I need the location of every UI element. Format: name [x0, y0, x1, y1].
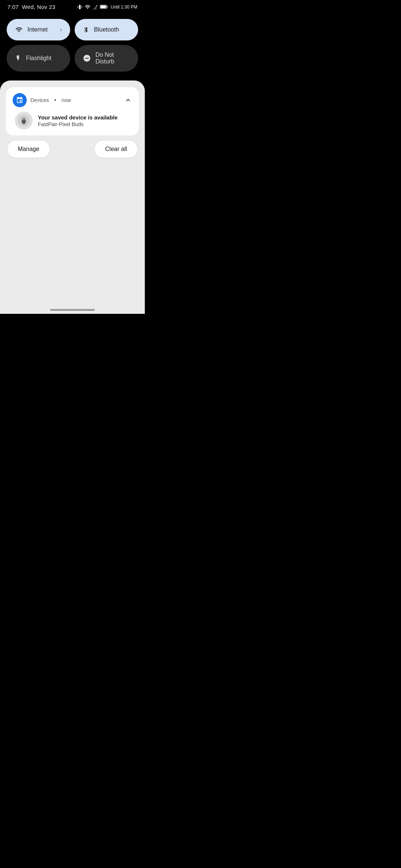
signal-icon — [92, 4, 98, 10]
collapse-button[interactable] — [124, 96, 132, 104]
bluetooth-tile[interactable]: Bluetooth — [75, 19, 138, 40]
wifi-tile-icon — [15, 26, 23, 33]
bluetooth-label: Bluetooth — [94, 26, 119, 33]
status-time-date: 7:07 Wed, Nov 23 — [7, 4, 55, 10]
notification-card[interactable]: Devices • now Your save — [6, 87, 139, 135]
vibrate-icon — [77, 4, 83, 10]
notification-title: Your saved device is available — [38, 114, 118, 121]
manage-button[interactable]: Manage — [7, 141, 50, 158]
dnd-label: Do Not Disturb — [95, 52, 130, 65]
action-buttons: Manage Clear all — [6, 141, 139, 158]
notification-subtitle: FastPair-Pixel Buds — [38, 121, 118, 127]
svg-point-9 — [23, 117, 25, 119]
wifi-icon — [84, 4, 91, 10]
do-not-disturb-tile[interactable]: Do Not Disturb — [75, 45, 138, 72]
device-icon — [15, 112, 33, 129]
flashlight-tile[interactable]: Flashlight — [7, 45, 70, 72]
internet-tile[interactable]: Internet › — [7, 19, 70, 40]
notification-app-info: Devices • now — [13, 93, 71, 107]
flashlight-tile-icon — [15, 54, 22, 62]
home-bar — [50, 309, 95, 311]
clear-all-button[interactable]: Clear all — [95, 141, 137, 158]
svg-rect-0 — [79, 5, 81, 9]
flashlight-label: Flashlight — [26, 55, 51, 62]
notification-time: now — [61, 97, 71, 103]
battery-icon — [100, 4, 108, 9]
internet-label: Internet — [27, 26, 48, 33]
bluetooth-tile-icon — [83, 26, 89, 34]
svg-rect-5 — [107, 6, 107, 8]
svg-rect-1 — [78, 6, 78, 8]
dnd-tile-icon — [83, 54, 91, 62]
notification-panel: Devices • now Your save — [0, 80, 145, 303]
dot-separator: • — [54, 97, 56, 103]
app-icon — [13, 93, 27, 107]
notification-text: Your saved device is available FastPair-… — [38, 114, 118, 127]
battery-text: Until 1:30 PM — [111, 4, 137, 10]
internet-chevron: › — [60, 26, 62, 33]
svg-rect-2 — [82, 6, 82, 8]
svg-rect-4 — [101, 6, 106, 8]
notification-header: Devices • now — [13, 93, 132, 107]
status-icons: Until 1:30 PM — [77, 4, 137, 10]
notification-body: Your saved device is available FastPair-… — [13, 112, 132, 129]
app-name: Devices — [30, 97, 49, 103]
status-bar: 7:07 Wed, Nov 23 — [0, 0, 145, 12]
home-indicator — [0, 303, 145, 314]
quick-tiles: Internet › Bluetooth Flashlight Do Not D… — [0, 12, 145, 80]
